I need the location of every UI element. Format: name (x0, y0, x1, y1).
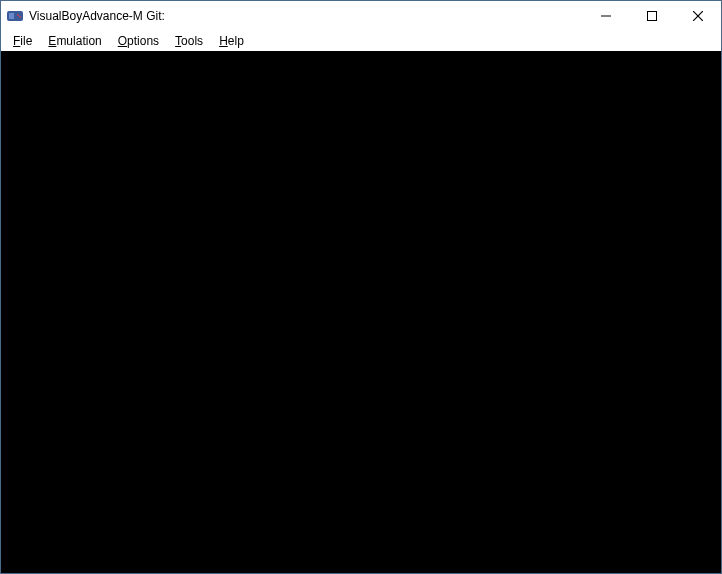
menu-tools-label: Tools (175, 34, 203, 48)
menu-emulation[interactable]: Emulation (40, 32, 109, 50)
close-button[interactable] (675, 1, 721, 31)
menu-help[interactable]: Help (211, 32, 252, 50)
svg-point-2 (17, 14, 19, 16)
menu-options-label: Options (118, 34, 159, 48)
svg-point-3 (19, 16, 21, 18)
menu-file-label: File (13, 34, 32, 48)
menu-emulation-label: Emulation (48, 34, 101, 48)
app-window: VisualBoyAdvance-M Git: File Emulation O… (0, 0, 722, 574)
svg-rect-1 (9, 13, 14, 19)
menu-tools[interactable]: Tools (167, 32, 211, 50)
menu-options[interactable]: Options (110, 32, 167, 50)
menu-file[interactable]: File (5, 32, 40, 50)
menu-help-label: Help (219, 34, 244, 48)
minimize-button[interactable] (583, 1, 629, 31)
app-icon (7, 8, 23, 24)
minimize-icon (601, 9, 611, 24)
window-title: VisualBoyAdvance-M Git: (29, 9, 583, 23)
window-controls (583, 1, 721, 31)
emulator-display (1, 51, 721, 573)
titlebar: VisualBoyAdvance-M Git: (1, 1, 721, 31)
maximize-icon (647, 9, 657, 24)
maximize-button[interactable] (629, 1, 675, 31)
menubar: File Emulation Options Tools Help (1, 31, 721, 51)
close-icon (693, 9, 703, 24)
svg-rect-5 (648, 11, 657, 20)
